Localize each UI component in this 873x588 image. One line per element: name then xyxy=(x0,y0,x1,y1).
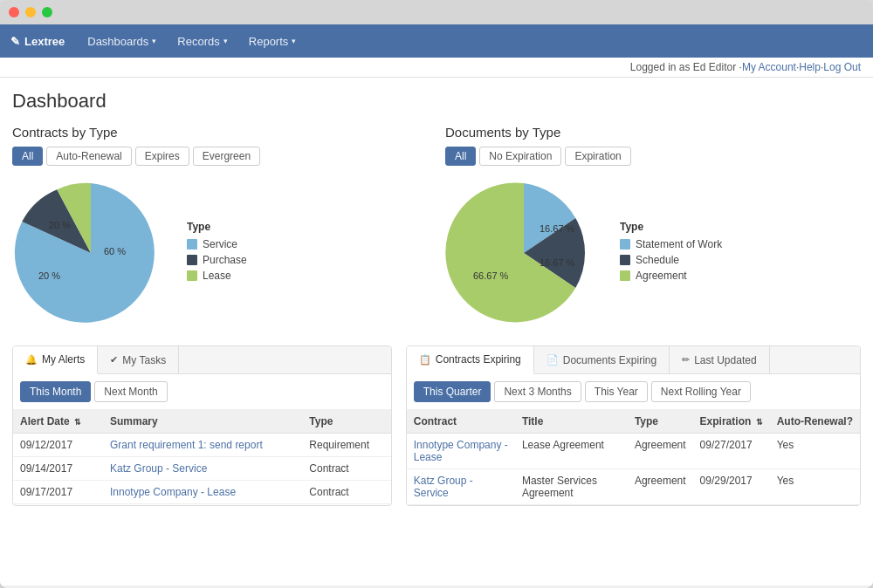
pie-label-agreement: 66.67 % xyxy=(473,270,508,281)
contracts-legend: Type Service Purchase Lease xyxy=(187,221,247,285)
chevron-down-icon: ▾ xyxy=(292,37,296,45)
legend-service: Service xyxy=(187,238,247,250)
sub-tab-next-month[interactable]: Next Month xyxy=(94,381,167,402)
col-auto-renewal: Auto-Renewal? xyxy=(770,410,860,434)
contract-auto-renewal-2: Yes xyxy=(770,469,860,505)
alerts-sub-tab-bar: This Month Next Month xyxy=(13,374,391,410)
filter-auto-renewal-btn[interactable]: Auto-Renewal xyxy=(46,147,131,166)
table-row: 09/14/2017 Katz Group - Service Contract xyxy=(13,457,391,481)
tab-documents-expiring-label: Documents Expiring xyxy=(563,354,656,366)
brand-icon: ✎ xyxy=(10,35,20,48)
alert-date-1: 09/12/2017 xyxy=(13,434,103,457)
alert-type-2: Contract xyxy=(302,457,390,481)
tab-last-updated[interactable]: ✏ Last Updated xyxy=(670,346,769,373)
contracts-chart-area: 60 % 20 % 20 % Type Service Purchase xyxy=(12,174,428,332)
sub-tab-this-quarter[interactable]: This Quarter xyxy=(414,381,491,402)
documents-chart-area: 16.67 % 16.67 % 66.67 % Type Statement o… xyxy=(445,174,861,332)
table-row: Katz Group - Service Master Services Agr… xyxy=(407,469,860,505)
documents-legend: Type Statement of Work Schedule Agreemen… xyxy=(620,221,722,285)
tab-tasks-label: My Tasks xyxy=(122,354,166,366)
col-title: Title xyxy=(515,410,628,434)
col-type: Type xyxy=(302,410,390,434)
sub-tab-next-3-months[interactable]: Next 3 Months xyxy=(494,381,581,402)
contract-title-1: Lease Agreement xyxy=(515,434,628,469)
contracts-by-type-title: Contracts by Type xyxy=(12,125,428,140)
contracts-by-type-widget: Contracts by Type All Auto-Renewal Expir… xyxy=(12,125,428,332)
contract-type-1: Agreement xyxy=(628,434,693,469)
filter-all-btn[interactable]: All xyxy=(12,147,43,166)
contract-2[interactable]: Katz Group - Service xyxy=(407,469,515,505)
documents-pie-chart: 16.67 % 16.67 % 66.67 % xyxy=(445,174,602,332)
alert-summary-1[interactable]: Grant requirement 1: send report xyxy=(103,434,302,457)
tab-contracts-expiring[interactable]: 📋 Contracts Expiring xyxy=(407,346,534,374)
sort-icon: ⇅ xyxy=(756,418,763,427)
contracts-filter-bar: All Auto-Renewal Expires Evergreen xyxy=(12,147,428,166)
help-link[interactable]: Help xyxy=(799,61,821,73)
legend-schedule: Schedule xyxy=(620,254,722,266)
brand[interactable]: ✎ Lextree xyxy=(10,35,65,48)
filter-evergreen-btn[interactable]: Evergreen xyxy=(193,147,260,166)
alert-date-2: 09/14/2017 xyxy=(13,457,103,481)
doc-filter-no-expiration-btn[interactable]: No Expiration xyxy=(479,147,561,166)
alert-summary-3[interactable]: Innotype Company - Lease xyxy=(103,481,302,504)
tab-my-alerts[interactable]: 🔔 My Alerts xyxy=(13,346,98,374)
alert-summary-2[interactable]: Katz Group - Service xyxy=(103,457,302,481)
legend-agreement: Agreement xyxy=(620,270,722,282)
doc-filter-expiration-btn[interactable]: Expiration xyxy=(565,147,630,166)
log-out-link[interactable]: Log Out xyxy=(823,61,861,73)
legend-color-lease xyxy=(187,270,197,281)
nav-dashboards[interactable]: Dashboards ▾ xyxy=(77,28,167,55)
chevron-down-icon: ▾ xyxy=(223,37,228,45)
tab-documents-expiring[interactable]: 📄 Documents Expiring xyxy=(534,346,670,373)
sub-tab-this-year[interactable]: This Year xyxy=(585,381,648,402)
contracts-expiring-table: Contract Title Type Expiration ⇅ Auto-Re… xyxy=(407,410,860,505)
expiring-tab-bar: 📋 Contracts Expiring 📄 Documents Expirin… xyxy=(407,346,860,374)
contract-expiration-1: 09/27/2017 xyxy=(693,434,770,469)
pie-label-schedule: 16.67 % xyxy=(540,257,574,268)
my-account-link[interactable]: My Account xyxy=(742,61,796,73)
minimize-button[interactable] xyxy=(25,7,36,17)
contracts-icon: 📋 xyxy=(419,354,431,366)
close-button[interactable] xyxy=(9,7,19,17)
check-icon: ✔ xyxy=(110,354,118,366)
alerts-tab-bar: 🔔 My Alerts ✔ My Tasks xyxy=(13,346,391,374)
titlebar xyxy=(0,0,873,24)
legend-color-purchase xyxy=(187,255,197,265)
expiring-sub-tab-bar: This Quarter Next 3 Months This Year Nex… xyxy=(407,374,860,410)
bottom-row: 🔔 My Alerts ✔ My Tasks This Month Next M… xyxy=(12,345,861,506)
charts-row: Contracts by Type All Auto-Renewal Expir… xyxy=(12,125,861,332)
contract-1[interactable]: Innotype Company - Lease xyxy=(407,434,515,469)
filter-expires-btn[interactable]: Expires xyxy=(135,147,189,166)
brand-label: Lextree xyxy=(24,35,65,48)
maximize-button[interactable] xyxy=(42,7,52,17)
tab-my-tasks[interactable]: ✔ My Tasks xyxy=(98,346,179,373)
col-summary: Summary xyxy=(103,410,302,434)
legend-lease: Lease xyxy=(187,270,247,282)
nav-records[interactable]: Records ▾ xyxy=(167,28,237,55)
topbar: Logged in as Ed Editor · My Account · He… xyxy=(0,58,873,78)
documents-filter-bar: All No Expiration Expiration xyxy=(445,147,861,166)
legend-purchase: Purchase xyxy=(187,254,247,266)
pie-label-service: 60 % xyxy=(104,246,126,256)
contract-expiration-2: 09/29/2017 xyxy=(693,469,770,505)
contract-title-2: Master Services Agreement xyxy=(515,469,628,505)
alert-date-3: 09/17/2017 xyxy=(13,481,103,504)
bell-icon: 🔔 xyxy=(25,354,38,366)
nav-reports[interactable]: Reports ▾ xyxy=(238,28,307,55)
documents-by-type-widget: Documents by Type All No Expiration Expi… xyxy=(445,125,861,332)
alerts-panel: 🔔 My Alerts ✔ My Tasks This Month Next M… xyxy=(12,345,392,506)
app-window: ✎ Lextree Dashboards ▾ Records ▾ Reports… xyxy=(0,0,873,588)
pie-label-purchase: 20 % xyxy=(38,270,60,281)
col-alert-date: Alert Date ⇅ xyxy=(13,410,103,434)
alert-type-3: Contract xyxy=(302,481,390,504)
page-content: Dashboard Contracts by Type All Auto-Ren… xyxy=(0,78,873,585)
page-title: Dashboard xyxy=(12,90,861,113)
contract-auto-renewal-1: Yes xyxy=(770,434,860,469)
sub-tab-next-rolling-year[interactable]: Next Rolling Year xyxy=(651,381,751,402)
tab-contracts-expiring-label: Contracts Expiring xyxy=(436,353,521,366)
logged-in-text: Logged in as Ed Editor · xyxy=(630,61,742,73)
sub-tab-this-month[interactable]: This Month xyxy=(20,381,91,402)
doc-filter-all-btn[interactable]: All xyxy=(445,147,476,166)
col-type: Type xyxy=(628,410,693,434)
alert-type-1: Requirement xyxy=(302,434,390,457)
